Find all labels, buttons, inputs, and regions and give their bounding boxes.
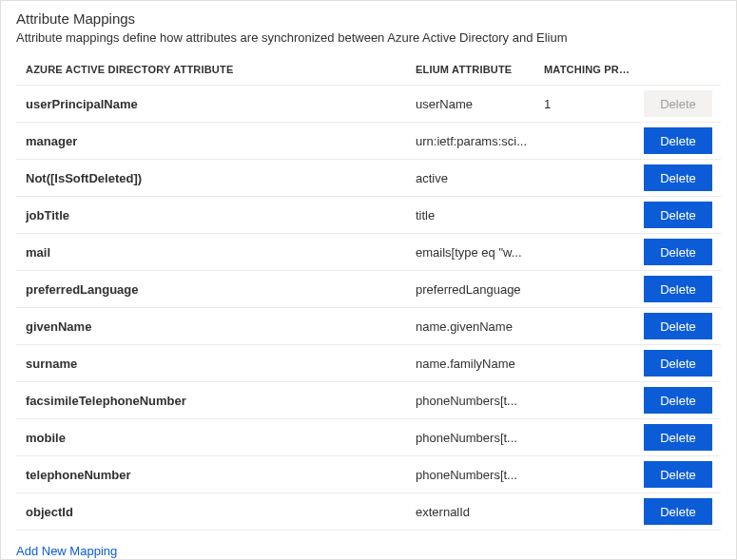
table-row[interactable]: userPrincipalNameuserName1Delete [16,85,721,122]
table-row[interactable]: managerurn:ietf:params:sci...Delete [16,122,721,159]
matching-precedence [534,205,634,224]
delete-button: Delete [644,90,712,117]
elium-attribute: urn:ietf:params:sci... [406,125,534,158]
matching-precedence [534,317,634,336]
action-cell: Delete [634,197,712,233]
action-cell: Delete [634,86,712,122]
delete-button[interactable]: Delete [644,276,712,302]
action-cell: Delete [634,123,712,159]
table-row[interactable]: telephoneNumberphoneNumbers[t...Delete [16,455,721,492]
delete-button[interactable]: Delete [644,424,712,451]
table-row[interactable]: facsimileTelephoneNumberphoneNumbers[t..… [16,381,721,418]
matching-precedence [534,168,634,187]
matching-precedence [534,131,634,150]
aad-attribute: jobTitle [16,199,406,232]
aad-attribute: mobile [16,421,406,454]
action-cell: Delete [634,234,712,270]
col-match: MATCHING PREC... [534,58,634,85]
matching-precedence: 1 [534,87,634,121]
aad-attribute: mail [16,236,406,269]
elium-attribute: phoneNumbers[t... [406,384,534,417]
panel-title: Attribute Mappings [16,10,721,27]
action-cell: Delete [634,345,712,381]
table-row[interactable]: objectIdexternalIdDelete [16,492,721,530]
elium-attribute: phoneNumbers[t... [406,458,534,492]
elium-attribute: preferredLanguage [406,273,534,306]
table-row[interactable]: preferredLanguagepreferredLanguageDelete [16,270,721,307]
delete-button[interactable]: Delete [644,461,712,488]
delete-button[interactable]: Delete [644,313,712,339]
matching-precedence [534,280,634,299]
col-actions [634,64,712,79]
delete-button[interactable]: Delete [644,350,712,377]
action-cell: Delete [634,160,712,196]
aad-attribute: userPrincipalName [16,87,406,121]
aad-attribute: preferredLanguage [16,273,406,306]
matching-precedence [534,242,634,261]
col-elium: ELIUM ATTRIBUTE [406,58,534,85]
action-cell: Delete [634,382,712,418]
col-aad: AZURE ACTIVE DIRECTORY ATTRIBUTE [16,58,406,85]
elium-attribute: title [406,199,534,232]
table-row[interactable]: mailemails[type eq "w...Delete [16,233,721,270]
delete-button[interactable]: Delete [644,387,712,414]
attribute-mappings-panel: Attribute Mappings Attribute mappings de… [1,1,736,558]
matching-precedence [534,465,634,484]
action-cell: Delete [634,308,712,344]
action-cell: Delete [634,493,712,530]
panel-description: Attribute mappings define how attributes… [16,30,721,45]
matching-precedence [534,502,634,521]
delete-button[interactable]: Delete [644,498,712,525]
table-row[interactable]: givenNamename.givenNameDelete [16,307,721,344]
elium-attribute: externalId [406,495,534,529]
aad-attribute: telephoneNumber [16,458,406,492]
add-new-mapping-link[interactable]: Add New Mapping [16,544,117,558]
action-cell: Delete [634,456,712,492]
matching-precedence [534,391,634,410]
delete-button[interactable]: Delete [644,239,712,265]
action-cell: Delete [634,419,712,455]
elium-attribute: emails[type eq "w... [406,236,534,269]
table-row[interactable]: jobTitletitleDelete [16,196,721,233]
table-row[interactable]: surnamename.familyNameDelete [16,344,721,381]
aad-attribute: givenName [16,310,406,343]
column-headers: AZURE ACTIVE DIRECTORY ATTRIBUTE ELIUM A… [16,58,721,85]
aad-attribute: facsimileTelephoneNumber [16,384,406,417]
aad-attribute: objectId [16,495,406,529]
aad-attribute: manager [16,125,406,158]
aad-attribute: Not([IsSoftDeleted]) [16,162,406,195]
matching-precedence [534,354,634,373]
table-row[interactable]: mobilephoneNumbers[t...Delete [16,418,721,455]
add-row: Add New Mapping [16,530,721,558]
elium-attribute: userName [406,87,534,121]
matching-precedence [534,428,634,447]
delete-button[interactable]: Delete [644,164,712,191]
mappings-table: userPrincipalNameuserName1Deletemanageru… [16,85,721,530]
table-row[interactable]: Not([IsSoftDeleted])activeDelete [16,159,721,196]
elium-attribute: active [406,162,534,195]
elium-attribute: name.familyName [406,347,534,380]
elium-attribute: phoneNumbers[t... [406,421,534,454]
delete-button[interactable]: Delete [644,127,712,154]
action-cell: Delete [634,271,712,307]
aad-attribute: surname [16,347,406,380]
elium-attribute: name.givenName [406,310,534,343]
delete-button[interactable]: Delete [644,202,712,228]
